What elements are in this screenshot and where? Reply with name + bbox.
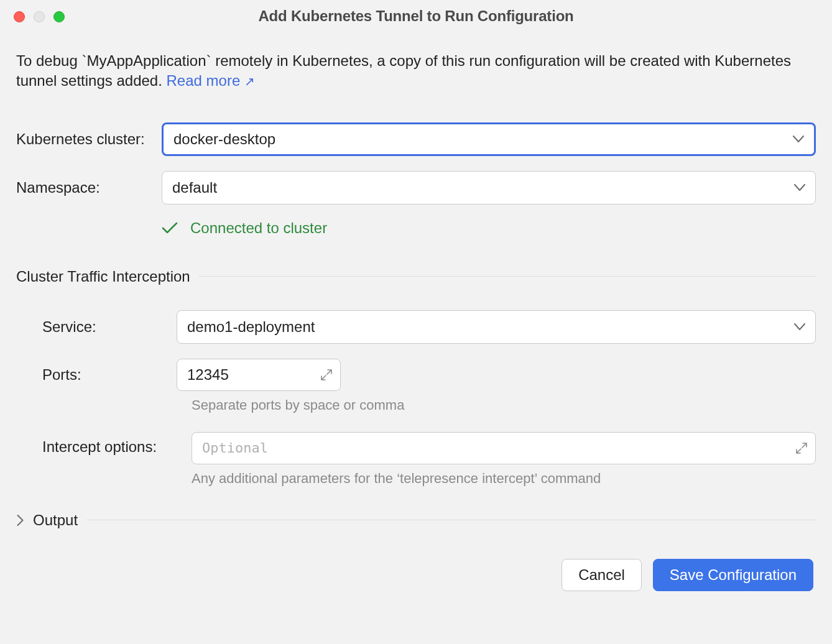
- close-window-button[interactable]: [14, 11, 25, 22]
- connection-status: Connected to cluster: [162, 219, 816, 237]
- window-title: Add Kubernetes Tunnel to Run Configurati…: [12, 7, 820, 25]
- section-output-header[interactable]: Output: [16, 512, 816, 529]
- window-controls: [14, 11, 65, 22]
- ports-value: 12345: [187, 366, 229, 384]
- ports-label: Ports:: [16, 366, 162, 384]
- expand-icon[interactable]: [320, 369, 333, 381]
- cluster-value: docker-desktop: [173, 131, 275, 148]
- cluster-label: Kubernetes cluster:: [16, 131, 162, 148]
- section-output-title: Output: [33, 512, 78, 529]
- chevron-right-icon: [16, 515, 24, 526]
- maximize-window-button[interactable]: [53, 11, 65, 22]
- chevron-down-icon: [794, 323, 805, 331]
- divider: [86, 520, 816, 520]
- status-text: Connected to cluster: [190, 219, 327, 237]
- intro-text: To debug `MyAppApplication` remotely in …: [16, 51, 816, 91]
- section-traffic-header: Cluster Traffic Interception: [16, 268, 816, 285]
- intercept-hint: Any additional parameters for the ‘telep…: [192, 471, 816, 487]
- titlebar: Add Kubernetes Tunnel to Run Configurati…: [0, 0, 832, 32]
- read-more-link[interactable]: Read more ↗: [167, 72, 255, 89]
- divider: [199, 276, 816, 277]
- cancel-button-label: Cancel: [578, 566, 625, 584]
- namespace-label: Namespace:: [16, 179, 162, 196]
- ports-input[interactable]: 12345: [177, 359, 341, 391]
- intercept-input[interactable]: Optional: [192, 432, 816, 464]
- intercept-placeholder: Optional: [202, 440, 268, 456]
- section-traffic-title: Cluster Traffic Interception: [16, 268, 190, 285]
- service-select[interactable]: demo1-deployment: [177, 310, 816, 344]
- service-value: demo1-deployment: [187, 318, 315, 336]
- cancel-button[interactable]: Cancel: [562, 559, 642, 591]
- ports-hint: Separate ports by space or comma: [192, 397, 816, 413]
- namespace-value: default: [172, 179, 217, 196]
- chevron-down-icon: [794, 184, 805, 191]
- save-button-label: Save Configuration: [670, 566, 797, 584]
- expand-icon[interactable]: [795, 442, 808, 454]
- chevron-down-icon: [793, 136, 804, 143]
- cluster-select[interactable]: docker-desktop: [162, 122, 816, 156]
- intro-body: To debug `MyAppApplication` remotely in …: [16, 52, 791, 89]
- check-icon: [162, 222, 178, 234]
- intercept-label: Intercept options:: [16, 432, 177, 456]
- namespace-select[interactable]: default: [162, 171, 816, 205]
- service-label: Service:: [16, 318, 162, 336]
- read-more-label: Read more: [167, 72, 241, 89]
- minimize-window-button[interactable]: [34, 11, 45, 22]
- dialog-footer: Cancel Save Configuration: [16, 559, 816, 591]
- external-link-icon: ↗: [244, 75, 255, 88]
- save-configuration-button[interactable]: Save Configuration: [653, 559, 813, 591]
